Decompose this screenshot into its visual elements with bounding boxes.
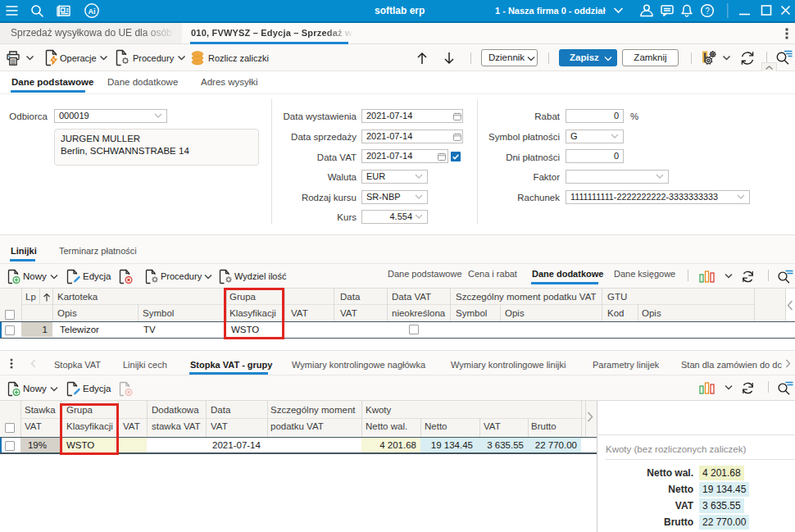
svg-text:Ai: Ai <box>89 7 96 16</box>
svg-text:?: ? <box>705 7 710 16</box>
